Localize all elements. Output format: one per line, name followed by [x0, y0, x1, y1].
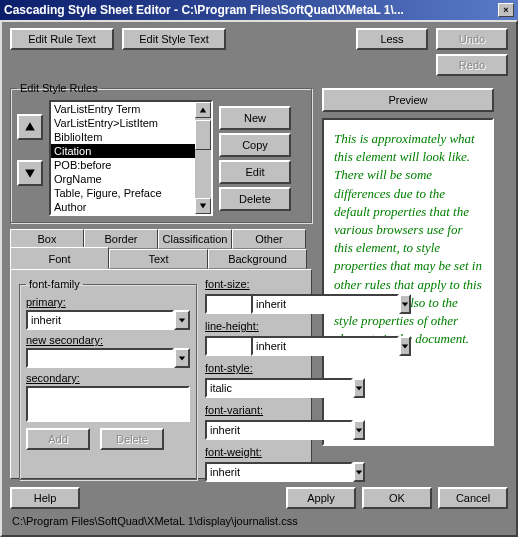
- tab-border[interactable]: Border: [84, 229, 158, 249]
- preview-button[interactable]: Preview: [322, 88, 494, 112]
- svg-marker-11: [356, 428, 362, 432]
- tab-box[interactable]: Box: [10, 229, 84, 249]
- rules-listbox[interactable]: VarListEntry TermVarListEntry>ListItemBi…: [49, 100, 213, 216]
- font-size-value[interactable]: [205, 294, 249, 314]
- dropdown-icon[interactable]: [353, 462, 365, 482]
- status-bar: C:\Program Files\SoftQuad\XMetaL 1\displ…: [10, 513, 508, 529]
- line-height-value[interactable]: [205, 336, 249, 356]
- window-body: Edit Rule Text Edit Style Text Less Undo…: [0, 20, 518, 537]
- line-height-label: line-height:: [205, 320, 309, 332]
- scroll-down-icon[interactable]: [195, 198, 211, 214]
- property-tabs: BoxBorderClassificationOther FontTextBac…: [10, 229, 312, 481]
- tab-other[interactable]: Other: [232, 229, 306, 249]
- help-button[interactable]: Help: [10, 487, 80, 509]
- font-style-combo[interactable]: [205, 378, 309, 398]
- svg-marker-3: [200, 204, 206, 209]
- edit-rule-button[interactable]: Edit: [219, 160, 291, 184]
- svg-marker-12: [356, 470, 362, 474]
- tab-text[interactable]: Text: [109, 249, 208, 269]
- window-title: Cascading Style Sheet Editor - C:\Progra…: [4, 3, 498, 17]
- rule-item[interactable]: POB:before: [51, 158, 195, 172]
- title-bar: Cascading Style Sheet Editor - C:\Progra…: [0, 0, 518, 20]
- primary-combo[interactable]: [26, 310, 190, 330]
- secondary-label: secondary:: [26, 372, 80, 384]
- font-family-group: font-family primary: new secondary:: [19, 278, 197, 480]
- dropdown-icon[interactable]: [399, 336, 411, 356]
- font-family-legend: font-family: [26, 278, 83, 290]
- dropdown-icon[interactable]: [174, 310, 190, 330]
- listbox-scrollbar[interactable]: [195, 102, 211, 214]
- delete-rule-button[interactable]: Delete: [219, 187, 291, 211]
- svg-marker-7: [402, 302, 408, 306]
- cancel-button[interactable]: Cancel: [438, 487, 508, 509]
- tab-font[interactable]: Font: [10, 247, 109, 269]
- rule-item[interactable]: Copyright: [51, 214, 195, 216]
- svg-marker-9: [402, 344, 408, 348]
- new-secondary-label: new secondary:: [26, 334, 103, 346]
- rule-item[interactable]: Table, Figure, Preface: [51, 186, 195, 200]
- font-weight-combo[interactable]: [205, 462, 309, 482]
- new-secondary-combo[interactable]: [26, 348, 190, 368]
- rule-item[interactable]: Citation: [51, 144, 195, 158]
- primary-label: primary:: [26, 296, 66, 308]
- font-tab-panel: font-family primary: new secondary:: [10, 269, 312, 479]
- rule-item[interactable]: VarListEntry>ListItem: [51, 116, 195, 130]
- svg-marker-5: [179, 356, 185, 360]
- rule-item[interactable]: BiblioItem: [51, 130, 195, 144]
- rule-item[interactable]: VarListEntry Term: [51, 102, 195, 116]
- font-size-label: font-size:: [205, 278, 309, 290]
- font-size-unit[interactable]: [251, 294, 309, 314]
- edit-style-text-button[interactable]: Edit Style Text: [122, 28, 226, 50]
- edit-rule-text-button[interactable]: Edit Rule Text: [10, 28, 114, 50]
- undo-button[interactable]: Undo: [436, 28, 508, 50]
- font-style-label: font-style:: [205, 362, 309, 374]
- dropdown-icon[interactable]: [353, 420, 365, 440]
- svg-marker-1: [25, 169, 35, 177]
- rule-item[interactable]: OrgName: [51, 172, 195, 186]
- scroll-up-icon[interactable]: [195, 102, 211, 118]
- redo-button[interactable]: Redo: [436, 54, 508, 76]
- tab-classification[interactable]: Classification: [158, 229, 232, 249]
- line-height-unit[interactable]: [251, 336, 309, 356]
- ok-button[interactable]: OK: [362, 487, 432, 509]
- edit-style-rules-legend: Edit Style Rules: [17, 82, 101, 94]
- dropdown-icon[interactable]: [399, 294, 411, 314]
- new-secondary-input[interactable]: [26, 348, 174, 368]
- move-down-button[interactable]: [17, 160, 43, 186]
- font-weight-label: font-weight:: [205, 446, 309, 458]
- dropdown-icon[interactable]: [174, 348, 190, 368]
- svg-marker-2: [200, 108, 206, 113]
- svg-marker-4: [179, 318, 185, 322]
- new-rule-button[interactable]: New: [219, 106, 291, 130]
- font-variant-combo[interactable]: [205, 420, 309, 440]
- apply-button[interactable]: Apply: [286, 487, 356, 509]
- scroll-thumb[interactable]: [195, 120, 211, 150]
- delete-secondary-button[interactable]: Delete: [100, 428, 164, 450]
- svg-marker-0: [25, 122, 35, 130]
- rule-item[interactable]: Author: [51, 200, 195, 214]
- tab-background[interactable]: Background: [208, 249, 307, 269]
- dropdown-icon[interactable]: [353, 378, 365, 398]
- copy-rule-button[interactable]: Copy: [219, 133, 291, 157]
- close-icon[interactable]: ×: [498, 3, 514, 17]
- svg-marker-10: [356, 386, 362, 390]
- move-up-button[interactable]: [17, 114, 43, 140]
- add-secondary-button[interactable]: Add: [26, 428, 90, 450]
- less-button[interactable]: Less: [356, 28, 428, 50]
- font-variant-label: font-variant:: [205, 404, 309, 416]
- edit-style-rules-group: Edit Style Rules VarListEntry TermVarLis…: [10, 82, 312, 223]
- secondary-combo[interactable]: [26, 386, 190, 422]
- primary-input[interactable]: [26, 310, 174, 330]
- secondary-input[interactable]: [26, 386, 190, 422]
